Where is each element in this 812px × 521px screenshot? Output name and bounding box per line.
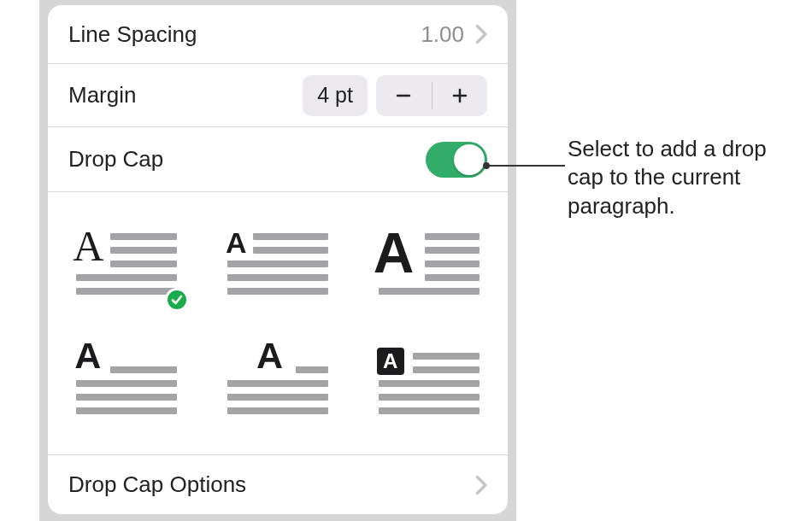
margin-value[interactable]: 4 pt: [303, 75, 368, 116]
margin-label: Margin: [68, 82, 303, 108]
drop-cap-styles-section: A A: [48, 191, 508, 454]
drop-cap-style-5[interactable]: A: [211, 341, 345, 426]
chevron-right-icon: [476, 25, 487, 44]
toggle-knob: [454, 144, 485, 175]
margin-increase-button[interactable]: [432, 75, 488, 116]
drop-cap-styles-grid: A A: [48, 196, 508, 452]
callout-leader-line: [485, 165, 565, 167]
chevron-right-icon: [476, 476, 487, 495]
drop-cap-style-2[interactable]: A: [211, 221, 345, 307]
margin-row: Margin 4 pt: [48, 63, 508, 126]
line-spacing-row[interactable]: Line Spacing 1.00: [48, 5, 508, 63]
margin-stepper: [376, 75, 487, 116]
drop-cap-row: Drop Cap: [48, 126, 508, 191]
drop-cap-options-label: Drop Cap Options: [68, 471, 476, 498]
checkmark-icon: [165, 288, 189, 312]
drop-cap-label: Drop Cap: [68, 146, 426, 173]
drop-cap-style-4[interactable]: A: [60, 341, 194, 426]
drop-cap-toggle[interactable]: [426, 142, 487, 178]
drop-cap-style-1[interactable]: A: [60, 221, 194, 307]
margin-decrease-button[interactable]: [376, 75, 432, 116]
callout-text: Select to add a drop cap to the current …: [568, 135, 807, 220]
line-spacing-value: 1.00: [421, 21, 464, 48]
drop-cap-style-3[interactable]: A: [362, 221, 496, 307]
drop-cap-style-6[interactable]: A: [362, 341, 496, 426]
drop-cap-options-row[interactable]: Drop Cap Options: [48, 454, 508, 514]
line-spacing-label: Line Spacing: [68, 21, 421, 48]
settings-panel-container: Line Spacing 1.00 Margin 4 pt Drop Cap: [39, 0, 516, 521]
settings-panel: Line Spacing 1.00 Margin 4 pt Drop Cap: [48, 5, 508, 514]
